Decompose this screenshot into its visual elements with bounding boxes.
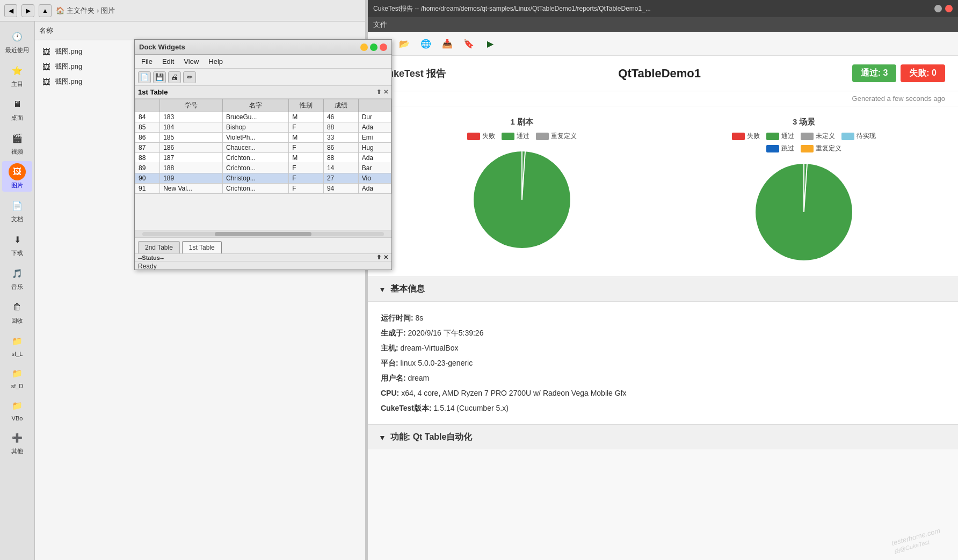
cell-gender: F xyxy=(289,184,324,194)
cell-gender: F xyxy=(289,143,324,153)
toolbar-download-icon[interactable]: 📥 xyxy=(439,35,456,53)
desktop-icon: 🖥 xyxy=(9,96,26,113)
table-panel-header: 1st Table ⬆ ✕ xyxy=(135,86,391,99)
col-rownum xyxy=(135,99,160,112)
toolbar-save-btn[interactable]: 💾 xyxy=(153,71,166,83)
sidebar-item-other[interactable]: ➕ 其他 xyxy=(2,427,32,457)
sidebar-item-docs[interactable]: 📄 文档 xyxy=(2,195,32,226)
table-scrollbar[interactable] xyxy=(135,230,391,237)
status-close-icon[interactable]: ✕ xyxy=(383,254,388,261)
cell-id: 184 xyxy=(160,122,223,133)
table-row[interactable]: 91 New Val... Crichton... F 94 Ada xyxy=(135,184,391,194)
legend-color-fail-1 xyxy=(467,133,480,140)
cell-score: 27 xyxy=(323,173,358,184)
report-minimize-btn[interactable] xyxy=(934,5,942,12)
col-extra xyxy=(358,99,391,112)
sidebar-item-pictures[interactable]: 🖼 图片 xyxy=(2,161,32,192)
docs-icon: 📄 xyxy=(9,197,26,214)
table-row[interactable]: 84 183 BruceGu... M 46 Dur xyxy=(135,112,391,122)
file-icon-2: 🖼 xyxy=(42,62,50,71)
sidebar-item-desktop[interactable]: 🖥 桌面 xyxy=(2,93,32,124)
cell-score: 88 xyxy=(323,153,358,163)
status-float-icon[interactable]: ⬆ xyxy=(376,254,381,261)
chevron-down-icon-2: ▼ xyxy=(379,433,386,442)
legend-skip-2: 跳过 xyxy=(766,144,794,153)
tabs-bar: 2nd Table 1st Table xyxy=(135,237,391,253)
table-row[interactable]: 88 187 Crichton... M 88 Ada xyxy=(135,153,391,163)
basic-info-header[interactable]: ▼ 基本信息 xyxy=(368,277,958,302)
chart1-title: 1 剧本 xyxy=(510,117,533,127)
info-row-username: 用户名: dream xyxy=(381,370,945,386)
cell-gender: F xyxy=(289,122,324,133)
dock-menubar: File Edit View Help xyxy=(135,55,391,69)
table-row[interactable]: 89 188 Crichton... F 14 Bar xyxy=(135,163,391,173)
legend-color-undef-2 xyxy=(801,133,814,140)
tab-1st-table[interactable]: 1st Table xyxy=(182,241,222,253)
table-title: 1st Table xyxy=(138,88,168,96)
func-section-header[interactable]: ▼ 功能: Qt Table自动化 xyxy=(368,425,958,449)
cell-score: 88 xyxy=(323,122,358,133)
menu-view[interactable]: View xyxy=(179,56,203,67)
status-bar-header: --Status-- ⬆ ✕ xyxy=(135,254,391,261)
menu-file[interactable]: File xyxy=(137,56,157,67)
panel-close-icon[interactable]: ✕ xyxy=(383,89,388,96)
folder-vbo-icon: 📁 xyxy=(9,397,26,414)
panel-float-icon[interactable]: ⬆ xyxy=(376,89,381,96)
toolbar-play-icon[interactable]: ▶ xyxy=(482,35,499,53)
sidebar-item-music[interactable]: 🎵 音乐 xyxy=(2,263,32,293)
toolbar-new-btn[interactable]: 📄 xyxy=(138,71,151,83)
tab-2nd-table[interactable]: 2nd Table xyxy=(138,241,180,253)
legend-fail-1: 失败 xyxy=(467,132,495,141)
breadcrumb-pictures[interactable]: 图片 xyxy=(101,6,115,16)
folder-sf-d-icon: 📁 xyxy=(9,365,26,382)
sidebar-item-home[interactable]: ⭐ 主目 xyxy=(2,60,32,90)
cell-score: 14 xyxy=(323,163,358,173)
toolbar-folder-icon[interactable]: 📂 xyxy=(396,35,413,53)
table-row[interactable]: 90 189 Christop... F 27 Vio xyxy=(135,173,391,184)
fm-sidebar: 🕐 最近使用 ⭐ 主目 🖥 桌面 🎬 视频 🖼 图片 📄 文档 ⬇ 下载 🎵 xyxy=(0,21,35,560)
sidebar-item-downloads[interactable]: ⬇ 下载 xyxy=(2,229,32,259)
video-icon: 🎬 xyxy=(9,129,26,147)
breadcrumb-home[interactable]: 主文件夹 xyxy=(67,6,95,16)
cell-name: BruceGu... xyxy=(223,112,289,122)
report-titlebar: CukeTest报告 -- /home/dream/demos/qt-sampl… xyxy=(368,0,958,17)
cell-id: 188 xyxy=(160,163,223,173)
table-panel: 1st Table ⬆ ✕ 学号 名字 性别 成绩 xyxy=(135,86,391,237)
report-close-btn[interactable] xyxy=(945,5,953,12)
sidebar-item-trash[interactable]: 🗑 回收 xyxy=(2,296,32,327)
dock-close-btn[interactable] xyxy=(380,43,387,51)
toolbar-globe-icon[interactable]: 🌐 xyxy=(417,35,434,53)
table-row[interactable]: 87 186 Chaucer... F 86 Hug xyxy=(135,143,391,153)
table-row[interactable]: 86 185 VioletPh... M 33 Emi xyxy=(135,133,391,143)
nav-up-btn[interactable]: ▲ xyxy=(39,4,52,17)
cell-extra: Vio xyxy=(358,173,391,184)
info-row-platform: 平台: linux 5.0.0-23-generic xyxy=(381,355,945,370)
cell-name: Crichton... xyxy=(223,184,289,194)
nav-back-btn[interactable]: ◀ xyxy=(4,4,17,17)
dock-minimize-btn[interactable] xyxy=(360,43,368,51)
trash-icon: 🗑 xyxy=(9,299,26,316)
sidebar-item-video[interactable]: 🎬 视频 xyxy=(2,127,32,158)
menu-help[interactable]: Help xyxy=(204,56,227,67)
toolbar-print-btn[interactable]: 🖨 xyxy=(168,71,181,83)
toolbar-edit-btn[interactable]: ✏ xyxy=(183,71,196,83)
report-menubar: 文件 xyxy=(368,17,958,32)
cell-extra: Ada xyxy=(358,153,391,163)
sidebar-item-sf-d[interactable]: 📁 sf_D xyxy=(2,362,32,391)
cell-score: 46 xyxy=(323,112,358,122)
toolbar-bookmark-icon[interactable]: 🔖 xyxy=(460,35,477,53)
nav-forward-btn[interactable]: ▶ xyxy=(21,4,34,17)
report-menu-file[interactable]: 文件 xyxy=(373,20,387,30)
sidebar-item-vbo[interactable]: 📁 VBo xyxy=(2,395,32,424)
folder-sf-l-icon: 📁 xyxy=(9,332,26,350)
menu-edit[interactable]: Edit xyxy=(158,56,178,67)
sidebar-item-recent[interactable]: 🕐 最近使用 xyxy=(2,26,32,56)
cell-name: Crichton... xyxy=(223,153,289,163)
cell-rownum: 85 xyxy=(135,122,160,133)
sidebar-item-sf-l[interactable]: 📁 sf_L xyxy=(2,330,32,359)
basic-info-content: 运行时间: 8s 生成于: 2020/9/16 下午5:39:26 主机: dr… xyxy=(368,302,958,424)
dock-maximize-btn[interactable] xyxy=(370,43,378,51)
report-title-text: CukeTest报告 -- /home/dream/demos/qt-sampl… xyxy=(373,4,931,13)
table-row[interactable]: 85 184 Bishop F 88 Ada xyxy=(135,122,391,133)
legend-color-pass-1 xyxy=(502,133,514,140)
